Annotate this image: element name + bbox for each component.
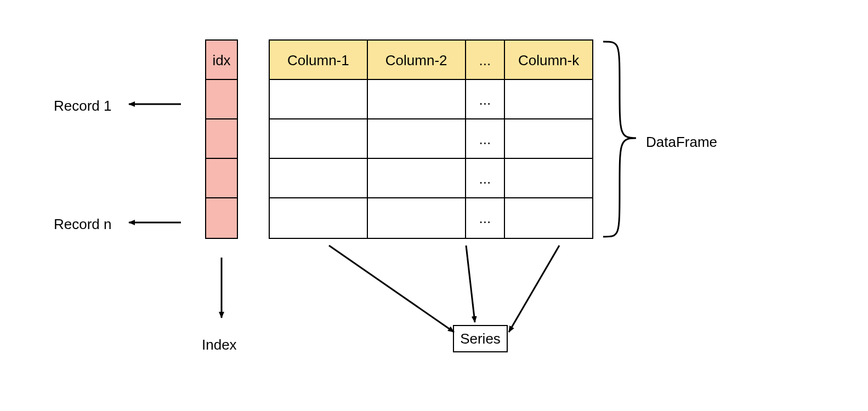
index-label: Index [202,336,237,353]
table-cell [270,159,368,198]
column-header: Column-k [505,41,592,80]
index-column: idx [205,39,238,239]
index-cell [206,159,237,198]
column-header: Column-2 [368,41,466,80]
index-header-cell: idx [206,41,237,80]
pandas-dataframe-diagram: Record 1 Record n Index DataFrame idx Co… [0,0,868,411]
series-box: Series [453,325,508,352]
table-cell [270,198,368,238]
dataframe-label: DataFrame [646,134,717,151]
table-cell: ... [466,159,506,198]
column-header-ellipsis: ... [466,41,506,80]
table-cell [505,80,592,119]
table-cell [368,119,466,159]
record-n-label: Record n [54,216,112,233]
arrow-col1-series [329,246,454,332]
table-cell [505,119,592,159]
table-row: ... [270,198,592,238]
table-cell [368,159,466,198]
column-header: Column-1 [270,41,368,80]
table-cell [368,198,466,238]
table-cell [368,80,466,119]
index-cell [206,119,237,159]
table-cell: ... [466,80,506,119]
dataframe-table: Column-1 Column-2 ... Column-k ... ... .… [269,39,593,239]
table-cell: ... [466,119,506,159]
table-row: ... [270,159,592,198]
table-cell: ... [466,198,506,238]
table-row: ... [270,80,592,119]
table-cell [505,198,592,238]
table-row: ... [270,119,592,159]
arrow-colk-series [509,246,559,332]
table-cell [270,119,368,159]
record-1-label: Record 1 [54,98,112,115]
brace-dataframe [603,42,636,237]
table-cell [270,80,368,119]
table-cell [505,159,592,198]
arrow-col2-series [466,246,475,322]
table-header-row: Column-1 Column-2 ... Column-k [270,41,592,80]
index-cell [206,80,237,119]
index-cell [206,198,237,238]
